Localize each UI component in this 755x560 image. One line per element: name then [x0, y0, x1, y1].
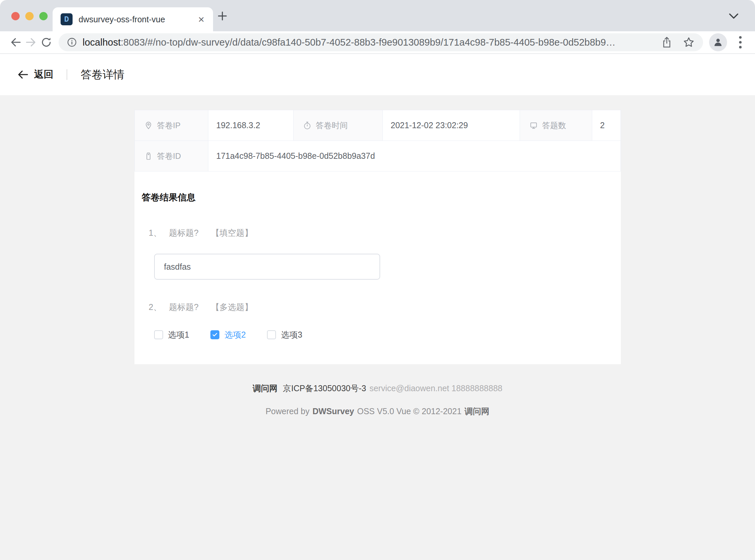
forward-button[interactable]: [23, 35, 39, 50]
back-button[interactable]: [8, 35, 23, 50]
footer-site-name-2: 调问网: [464, 406, 489, 416]
option-label[interactable]: 选项1: [168, 329, 189, 340]
answer-time-value: 2021-12-02 23:02:29: [383, 110, 520, 140]
address-bar[interactable]: localhost:8083/#/no-top/dw-survey/d/data…: [59, 33, 703, 51]
share-icon[interactable]: [661, 36, 672, 48]
question-type-badge: 【填空题】: [211, 227, 253, 238]
reload-button[interactable]: [39, 35, 54, 50]
answer-id-label: 答卷ID: [157, 151, 181, 161]
panel-title: 答卷结果信息: [142, 192, 621, 203]
person-icon: [712, 37, 724, 48]
answer-count-value: 2: [592, 110, 620, 140]
question-1: 1、 题标题? 【填空题】: [149, 227, 621, 238]
back-arrow-icon: [17, 68, 29, 81]
question-2: 2、 题标题? 【多选题】: [149, 302, 621, 313]
bookmark-star-icon[interactable]: [682, 36, 695, 48]
checkbox-icon[interactable]: [210, 330, 219, 339]
new-tab-button[interactable]: [216, 9, 229, 24]
plus-icon: [216, 9, 229, 23]
header-divider: [66, 69, 67, 80]
site-footer: 调问网京ICP备13050030号-3service@diaowen.net 1…: [253, 383, 502, 417]
chevron-down-icon: [728, 13, 739, 20]
version-copyright-text: OSS V5.0 Vue © 2012-2021: [357, 406, 462, 416]
option-2-checkbox[interactable]: 选项2: [210, 329, 246, 340]
page-header: 返回 答卷详情: [0, 54, 755, 95]
answer-ip-label-cell: 答卷IP: [135, 110, 208, 140]
location-pin-icon: [144, 121, 153, 130]
tag-icon: [144, 152, 153, 160]
question-title: 题标题?: [169, 227, 198, 238]
option-3-checkbox[interactable]: 选项3: [267, 329, 302, 340]
tab-search-button[interactable]: [728, 13, 739, 21]
reload-icon: [40, 36, 53, 48]
table-row: 答卷IP 192.168.3.2 答卷时间 2021-12-02 23:02:2…: [135, 110, 620, 141]
checkbox-icon[interactable]: [267, 330, 276, 339]
tab-strip: D dwsurvey-oss-front-vue ×: [0, 0, 755, 31]
answer-count-label: 答题数: [542, 120, 566, 131]
brand-name: DWSurvey: [312, 406, 354, 416]
browser-toolbar: localhost:8083/#/no-top/dw-survey/d/data…: [0, 31, 755, 54]
question-number: 2、: [149, 302, 162, 313]
content-area: 答卷IP 192.168.3.2 答卷时间 2021-12-02 23:02:2…: [0, 95, 755, 560]
traffic-lights: [11, 12, 47, 20]
answer-ip-label: 答卷IP: [157, 120, 181, 131]
question-title: 题标题?: [169, 302, 198, 313]
back-link[interactable]: 返回: [17, 68, 53, 81]
favicon-icon: D: [61, 13, 73, 25]
check-icon: [212, 332, 218, 338]
answer-result-panel: 答卷结果信息 1、 题标题? 【填空题】 2、 题标题? 【多选题】 选项1: [135, 172, 621, 364]
option-label[interactable]: 选项2: [224, 329, 246, 340]
option-1-checkbox[interactable]: 选项1: [154, 329, 189, 340]
zoom-window-button[interactable]: [39, 12, 47, 20]
table-row: 答卷ID 171a4c98-7b85-4405-b98e-0d52b8b9a37…: [135, 141, 620, 171]
tab-title: dwsurvey-oss-front-vue: [79, 15, 196, 24]
answer-time-label-cell: 答卷时间: [293, 110, 383, 140]
answer-count-label-cell: 答题数: [520, 110, 592, 140]
powered-by-text: Powered by: [266, 406, 310, 416]
close-window-button[interactable]: [11, 12, 20, 20]
url-host: localhost: [83, 37, 121, 47]
page-title: 答卷详情: [81, 67, 124, 82]
checkbox-options-row: 选项1 选项2 选项3: [154, 329, 621, 340]
checkbox-icon[interactable]: [154, 330, 163, 339]
answer-info-table: 答卷IP 192.168.3.2 答卷时间 2021-12-02 23:02:2…: [135, 110, 621, 172]
tab-close-icon[interactable]: ×: [196, 13, 206, 25]
footer-contact: service@diaowen.net 18888888888: [369, 383, 502, 393]
answer-id-label-cell: 答卷ID: [135, 141, 208, 171]
footer-icp: 京ICP备13050030号-3: [283, 383, 366, 393]
back-label[interactable]: 返回: [34, 68, 53, 81]
monitor-icon: [529, 121, 538, 130]
url-text[interactable]: localhost:8083/#/no-top/dw-survey/d/data…: [83, 37, 655, 48]
url-path: :8083/#/no-top/dw-survey/d/data/c98fa140…: [121, 37, 615, 47]
info-icon[interactable]: [66, 37, 77, 47]
option-label[interactable]: 选项3: [281, 329, 302, 340]
fill-blank-answer-input[interactable]: [154, 254, 380, 280]
answer-time-label: 答卷时间: [316, 120, 348, 131]
browser-menu-button[interactable]: [734, 35, 747, 50]
answer-ip-value: 192.168.3.2: [208, 110, 293, 140]
kebab-menu-icon: [738, 35, 742, 49]
browser-tab[interactable]: D dwsurvey-oss-front-vue ×: [53, 7, 213, 31]
minimize-window-button[interactable]: [25, 12, 34, 20]
browser-window: D dwsurvey-oss-front-vue × localhost:808…: [0, 0, 755, 560]
footer-site-name: 调问网: [253, 383, 278, 393]
back-arrow-icon: [9, 36, 22, 49]
question-type-badge: 【多选题】: [211, 302, 253, 313]
forward-arrow-icon: [24, 36, 38, 49]
stopwatch-icon: [303, 121, 311, 130]
footer-line-2: Powered byDWSurveyOSS V5.0 Vue © 2012-20…: [253, 406, 502, 417]
footer-line-1: 调问网京ICP备13050030号-3service@diaowen.net 1…: [253, 383, 502, 394]
answer-id-value: 171a4c98-7b85-4405-b98e-0d52b8b9a37d: [208, 141, 620, 171]
question-number: 1、: [149, 227, 162, 238]
profile-avatar[interactable]: [709, 33, 727, 51]
